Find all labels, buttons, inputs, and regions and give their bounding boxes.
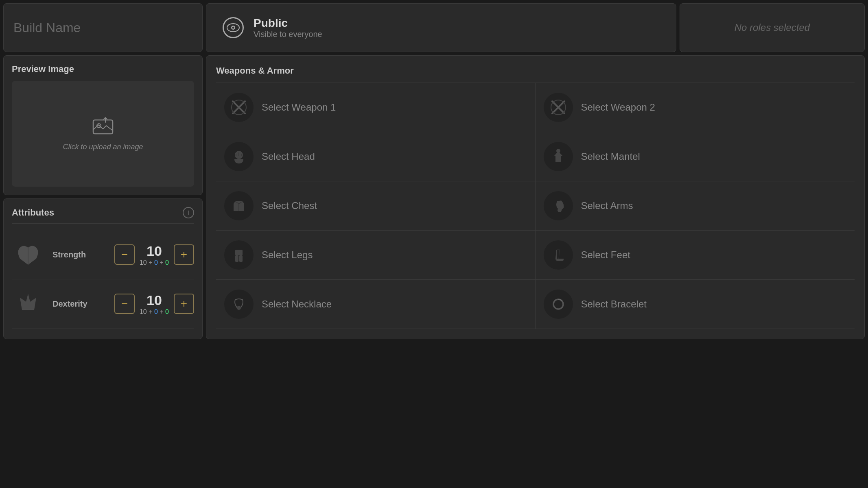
- bracelet-slot[interactable]: Select Bracelet: [536, 280, 855, 329]
- feet-icon: [544, 240, 573, 270]
- attribute-row-dexterity: Dexterity − 10 10 + 0 + 0 +: [12, 279, 194, 329]
- weapons-armor-title: Weapons & Armor: [216, 65, 855, 76]
- attribute-row-strength: Strength − 10 10 + 0 + 0 +: [12, 230, 194, 279]
- dexterity-increase-button[interactable]: +: [174, 294, 194, 314]
- strength-increase-button[interactable]: +: [174, 244, 194, 265]
- dexterity-breakdown: 10 + 0 + 0: [140, 308, 169, 316]
- upload-area[interactable]: Click to upload an image: [12, 81, 194, 187]
- weapons-armor-panel: Weapons & Armor Select Weapon 1: [206, 55, 865, 339]
- strength-controls: − 10 10 + 0 + 0 +: [114, 243, 194, 266]
- chest-label: Select Chest: [262, 200, 317, 211]
- strength-breakdown: 10 + 0 + 0: [140, 259, 169, 266]
- svg-point-17: [237, 306, 241, 310]
- no-roles-text: No roles selected: [735, 22, 810, 33]
- bracelet-label: Select Bracelet: [581, 298, 647, 310]
- arms-label: Select Arms: [581, 200, 633, 211]
- head-icon: [224, 142, 254, 171]
- upload-text: Click to upload an image: [63, 143, 143, 151]
- necklace-label: Select Necklace: [262, 298, 332, 310]
- dexterity-icon: [12, 288, 44, 320]
- svg-point-13: [558, 208, 562, 212]
- left-panel: Preview Image Click to upload an image A…: [3, 55, 203, 339]
- dexterity-decrease-button[interactable]: −: [114, 294, 135, 314]
- info-icon[interactable]: i: [183, 207, 194, 218]
- weapon-2-slot[interactable]: Select Weapon 2: [536, 83, 855, 132]
- strength-name: Strength: [52, 250, 106, 259]
- head-slot[interactable]: Select Head: [216, 132, 536, 181]
- attributes-title: Attributes: [12, 207, 54, 218]
- weapons-grid: Select Weapon 1 Select Weapon 2: [216, 83, 855, 329]
- chest-icon: [224, 191, 254, 220]
- dexterity-value: 10: [140, 292, 169, 308]
- necklace-slot[interactable]: Select Necklace: [216, 280, 536, 329]
- visibility-title: Public: [254, 17, 322, 30]
- arms-icon: [544, 191, 573, 220]
- visibility-subtitle: Visible to everyone: [254, 30, 322, 39]
- chest-slot[interactable]: Select Chest: [216, 181, 536, 231]
- preview-card: Preview Image Click to upload an image: [3, 55, 203, 195]
- attributes-card: Attributes i Strength − 10: [3, 198, 203, 339]
- weapon-1-slot[interactable]: Select Weapon 1: [216, 83, 536, 132]
- visibility-text: Public Visible to everyone: [254, 17, 322, 39]
- info-symbol: i: [188, 209, 189, 216]
- strength-value: 10: [140, 243, 169, 259]
- build-name-card: [3, 3, 203, 52]
- svg-point-2: [232, 27, 234, 29]
- svg-rect-15: [235, 255, 238, 262]
- svg-point-12: [556, 149, 560, 153]
- visibility-card: Public Visible to everyone: [206, 3, 676, 52]
- svg-rect-16: [239, 255, 243, 262]
- weapon-2-label: Select Weapon 2: [581, 102, 655, 113]
- visibility-icon: [223, 17, 244, 38]
- attributes-header: Attributes i: [12, 207, 194, 224]
- feet-slot[interactable]: Select Feet: [536, 231, 855, 280]
- weapon-1-label: Select Weapon 1: [262, 102, 336, 113]
- head-label: Select Head: [262, 151, 315, 162]
- strength-icon: [12, 238, 44, 271]
- preview-title: Preview Image: [12, 64, 194, 74]
- legs-label: Select Legs: [262, 249, 313, 261]
- mantel-label: Select Mantel: [581, 151, 640, 162]
- mantel-slot[interactable]: Select Mantel: [536, 132, 855, 181]
- dexterity-name: Dexterity: [52, 299, 106, 309]
- build-name-input[interactable]: [13, 20, 192, 35]
- roles-card: No roles selected: [680, 3, 865, 52]
- svg-rect-14: [235, 250, 243, 255]
- necklace-icon: [224, 290, 254, 319]
- mantel-icon: [544, 142, 573, 171]
- feet-label: Select Feet: [581, 249, 630, 261]
- dexterity-controls: − 10 10 + 0 + 0 +: [114, 292, 194, 316]
- bracelet-icon: [544, 290, 573, 319]
- arms-slot[interactable]: Select Arms: [536, 181, 855, 231]
- strength-decrease-button[interactable]: −: [114, 244, 135, 265]
- weapon-1-icon: [224, 93, 254, 122]
- weapon-2-icon: [544, 93, 573, 122]
- legs-icon: [224, 240, 254, 270]
- legs-slot[interactable]: Select Legs: [216, 231, 536, 280]
- upload-icon: [92, 117, 114, 139]
